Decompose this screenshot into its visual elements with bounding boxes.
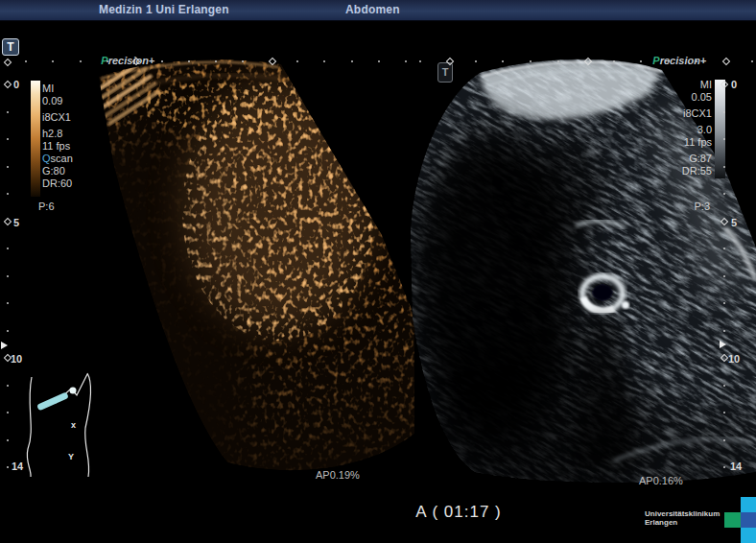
logo-square-cyan-bottom <box>741 528 756 543</box>
left-acoustic-power-label: AP0.19% <box>316 469 360 481</box>
scale-dot-mark <box>419 60 421 62</box>
scale-dot-mark <box>723 412 725 413</box>
scale-dot-mark <box>696 60 697 62</box>
ultrasound-screen: Medizin 1 Uni Erlangen Abdomen <box>0 0 756 543</box>
scale-dot-mark <box>613 60 615 62</box>
scale-dot-mark <box>80 60 82 62</box>
cine-timer-label: A ( 01:17 ) <box>381 503 536 522</box>
dynamic-range-value: DR:55 <box>682 165 712 177</box>
logo-square-blue-mid <box>741 512 756 528</box>
scale-diamond-mark <box>721 217 728 224</box>
mi-value: 0.05 <box>682 91 712 104</box>
scale-dot-mark <box>723 248 725 249</box>
scale-dot-mark <box>7 385 9 387</box>
probe-name: i8CX1 <box>682 107 712 120</box>
scale-dot-mark <box>296 60 298 62</box>
logo-square-cyan-top <box>741 497 756 512</box>
body-marker-x-label: x <box>71 420 76 430</box>
scale-dot-mark <box>106 60 108 62</box>
precision-rest: recision+ <box>660 55 707 66</box>
depth-label-14-right: 14 <box>730 460 742 472</box>
scale-diamond-mark <box>4 217 12 224</box>
scale-dot-mark <box>7 466 9 468</box>
qscan-rest: scan <box>51 153 73 164</box>
scale-dot-mark <box>25 60 27 62</box>
scale-dot-mark <box>723 193 725 195</box>
scale-dot-mark <box>161 60 163 62</box>
scale-dot-mark <box>723 166 725 168</box>
scale-diamond-mark <box>4 81 12 88</box>
qscan-label: Qscan <box>42 153 73 165</box>
frequency-value: 3.0 <box>682 124 712 136</box>
scale-diamond-mark <box>721 354 728 362</box>
scale-dot-mark <box>7 111 9 113</box>
body-marker-y-label: Y <box>68 452 74 461</box>
depth-label-5-right: 5 <box>731 217 737 228</box>
bmode-grayscale-bar <box>715 80 725 178</box>
scale-dot-mark <box>188 60 190 62</box>
scale-dot-mark <box>351 60 353 62</box>
scale-dot-mark <box>751 60 753 62</box>
scale-dot-mark <box>7 193 9 195</box>
scale-dot-mark <box>557 60 559 62</box>
depth-label-10-left: 10 <box>11 353 22 365</box>
scale-diamond-mark <box>722 58 730 65</box>
mi-value: 0.09 <box>42 95 73 107</box>
scale-diamond-mark <box>268 58 275 65</box>
left-parameter-block: MI 0.09 i8CX1 h2.8 11 fps Qscan G:80 DR:… <box>42 83 73 190</box>
thermal-index-icon: T <box>2 38 19 56</box>
depth-label-0-right: 0 <box>731 79 737 90</box>
scale-dot-mark <box>7 275 9 277</box>
hospital-logo-line2: Erlangen <box>645 518 720 527</box>
depth-label-10-right: 10 <box>728 353 740 365</box>
logo-square-green <box>724 512 741 528</box>
scale-dot-mark <box>7 412 9 413</box>
right-acoustic-power-label: AP0.16% <box>639 475 683 486</box>
scale-dot-mark <box>723 275 725 277</box>
mi-label: MI <box>682 79 712 91</box>
probe-name: i8CX1 <box>42 111 73 124</box>
gain-value: G:80 <box>42 165 73 177</box>
dynamic-range-value: DR:60 <box>42 177 73 190</box>
scale-dot-mark <box>723 111 725 113</box>
scale-diamond-mark <box>584 58 592 65</box>
scale-dot-mark <box>7 302 9 304</box>
scale-dot-mark <box>502 60 504 62</box>
scale-dot-mark <box>7 166 9 168</box>
contrast-grayscale-bar <box>31 81 40 197</box>
scale-dot-mark <box>7 248 9 249</box>
focus-marker-right-icon <box>720 341 726 348</box>
scale-dot-mark <box>723 138 725 140</box>
scale-dot-mark <box>530 60 532 62</box>
qscan-q-accent: Q <box>42 153 51 164</box>
scale-dot-mark <box>7 138 9 140</box>
scale-dot-mark <box>378 60 380 62</box>
scale-dot-mark <box>723 466 725 468</box>
scale-dot-mark <box>242 60 244 62</box>
frame-rate: 11 fps <box>42 140 73 153</box>
scale-dot-mark <box>723 330 725 332</box>
depth-label-5-left: 5 <box>13 217 19 228</box>
scale-dot-mark <box>723 385 725 387</box>
frequency-value: h2.8 <box>42 128 73 140</box>
thermal-index-icon-right: T <box>437 62 453 83</box>
mi-label: MI <box>42 83 73 95</box>
precision-p-accent: P <box>652 55 659 66</box>
depth-label-0-left: 0 <box>13 79 19 90</box>
right-parameter-block: MI 0.05 i8CX1 3.0 11 fps G:87 DR:55 <box>682 79 712 177</box>
left-persistence-value: P:6 <box>38 201 55 213</box>
scale-dot-mark <box>405 60 407 62</box>
scale-dot-mark <box>723 439 725 441</box>
right-persistence-value: P:3 <box>676 201 710 213</box>
scale-dot-mark <box>475 60 477 62</box>
scale-dot-mark <box>323 60 325 62</box>
scale-dot-mark <box>7 330 9 332</box>
scale-dot-mark <box>215 60 217 62</box>
gain-value: G:87 <box>682 153 712 165</box>
scale-dot-mark <box>723 302 725 304</box>
hospital-logo-text: Universitätsklinikum Erlangen <box>645 509 720 527</box>
annotation-overlay: T T Precision+ Precision+ MI 0.09 i8CX1 … <box>0 0 756 543</box>
left-mode-label: Precision+ <box>83 42 154 80</box>
scale-dot-mark <box>52 60 54 62</box>
focus-marker-left-icon <box>1 342 8 349</box>
